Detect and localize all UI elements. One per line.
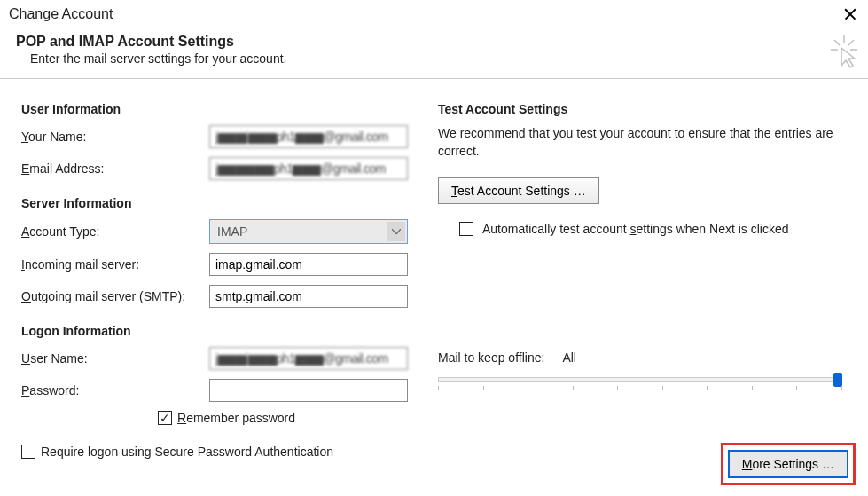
spa-checkbox[interactable]: [21, 445, 35, 459]
auto-test-checkbox[interactable]: [459, 222, 473, 236]
account-type-select: IMAP: [209, 219, 408, 244]
close-icon[interactable]: [841, 5, 859, 23]
user-name-field[interactable]: [209, 347, 408, 370]
section-test-settings: Test Account Settings: [438, 102, 847, 116]
incoming-server-field[interactable]: [209, 253, 408, 276]
outgoing-label: Outgoing mail server (SMTP):: [21, 289, 209, 303]
remember-password-checkbox[interactable]: [158, 411, 172, 425]
user-name-label: User Name:: [21, 351, 209, 366]
page-title: POP and IMAP Account Settings: [16, 34, 852, 50]
slider-ticks: [438, 386, 842, 390]
test-description: We recommend that you test your account …: [438, 125, 847, 160]
svg-line-1: [834, 40, 840, 45]
outgoing-server-field[interactable]: [209, 285, 408, 308]
page-subtitle: Enter the mail server settings for your …: [16, 51, 852, 66]
email-field[interactable]: [209, 157, 408, 180]
more-settings-highlight: More Settings …: [721, 443, 856, 485]
chevron-down-icon: [387, 222, 405, 241]
password-label: Password:: [21, 383, 209, 398]
window-title: Change Account: [9, 6, 113, 22]
password-field[interactable]: [209, 379, 408, 402]
your-name-label: Your Name:: [21, 130, 209, 144]
auto-test-label: Automatically test account settings when…: [482, 222, 789, 236]
incoming-label: Incoming mail server:: [21, 257, 209, 272]
account-type-value: IMAP: [217, 224, 247, 239]
account-type-label: Account Type:: [21, 224, 209, 239]
your-name-field[interactable]: [209, 125, 408, 148]
remember-password-label: Remember password: [177, 411, 295, 425]
svg-line-2: [848, 40, 854, 45]
slider-track: [438, 377, 842, 382]
section-user-info: User Information: [21, 102, 411, 116]
test-account-settings-button[interactable]: Test Account Settings …: [438, 177, 599, 204]
mail-keep-label: Mail to keep offline:: [438, 350, 544, 365]
cursor-spark-icon: [831, 35, 857, 71]
section-server-info: Server Information: [21, 196, 411, 210]
section-logon-info: Logon Information: [21, 324, 411, 338]
mail-keep-slider[interactable]: [438, 372, 842, 390]
email-label: Email Address:: [21, 161, 209, 176]
spa-label: Require logon using Secure Password Auth…: [41, 445, 333, 459]
slider-thumb[interactable]: [833, 373, 842, 387]
mail-keep-value: All: [562, 350, 576, 365]
more-settings-button[interactable]: More Settings …: [728, 450, 848, 478]
